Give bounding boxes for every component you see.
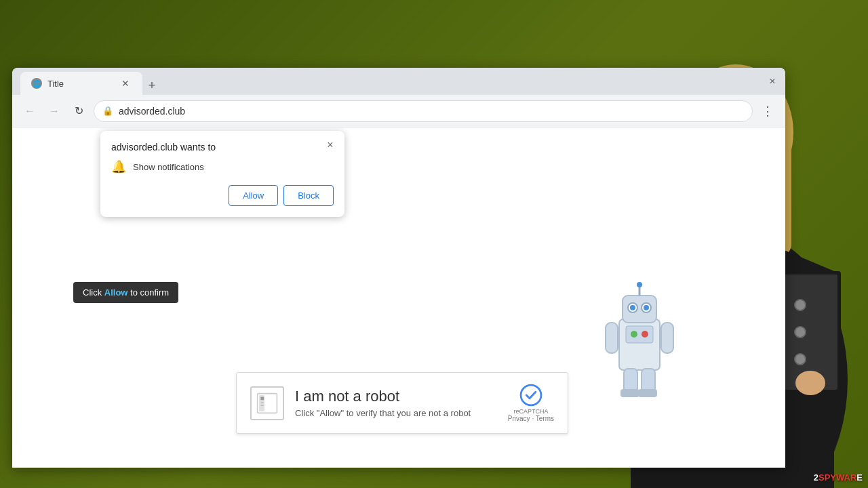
browser-tab[interactable]: 🌐 Title ✕: [20, 72, 142, 95]
tooltip-prefix: Click: [83, 287, 104, 298]
tooltip-box: Click Allow to confirm: [73, 282, 178, 303]
svg-rect-24: [626, 326, 653, 343]
tooltip-highlight: Allow: [104, 287, 128, 298]
watermark-suffix: E: [856, 472, 863, 483]
permission-text: Show notifications: [133, 162, 204, 172]
window-close-button[interactable]: ✕: [768, 77, 777, 86]
svg-point-23: [637, 282, 642, 287]
svg-point-38: [521, 385, 541, 405]
recaptcha-subtitle: Click "Allow" to verify that you are not…: [295, 408, 497, 418]
forward-button[interactable]: →: [45, 102, 64, 121]
svg-rect-32: [638, 389, 657, 397]
popup-site-text: advisorded.club wants to: [111, 142, 334, 152]
svg-point-25: [631, 331, 637, 338]
svg-rect-31: [620, 389, 639, 397]
browser-window: 🌐 Title ✕ + ✕ ← → ↻ 🔒 advisorded.club ⋮: [12, 68, 785, 468]
tab-title: Title: [47, 79, 114, 89]
svg-point-12: [795, 327, 806, 338]
svg-rect-29: [624, 369, 637, 392]
tab-favicon: 🌐: [31, 78, 42, 89]
bell-icon: 🔔: [111, 159, 126, 174]
address-text: advisorded.club: [119, 106, 744, 117]
window-controls: ✕: [768, 77, 777, 86]
notification-popup: × advisorded.club wants to 🔔 Show notifi…: [100, 131, 344, 217]
lock-icon: 🔒: [102, 106, 113, 117]
address-bar[interactable]: 🔒 advisorded.club: [94, 100, 753, 122]
svg-rect-28: [661, 323, 673, 353]
tooltip-suffix: to confirm: [127, 287, 169, 298]
recaptcha-logo: reCAPTCHA Privacy · Terms: [508, 384, 554, 422]
svg-point-13: [795, 354, 806, 365]
recaptcha-text-area: I am not a robot Click "Allow" to verify…: [295, 388, 497, 418]
recaptcha-title: I am not a robot: [295, 388, 497, 405]
block-button[interactable]: Block: [283, 185, 334, 206]
tab-close-button[interactable]: ✕: [119, 77, 132, 89]
recaptcha-checkbox-icon: [250, 386, 284, 420]
watermark-brand: SPYWAR: [818, 472, 856, 483]
browser-toolbar: ← → ↻ 🔒 advisorded.club ⋮: [12, 95, 785, 127]
allow-button[interactable]: Allow: [229, 185, 278, 206]
popup-permission-row: 🔔 Show notifications: [111, 159, 334, 174]
svg-point-11: [795, 300, 806, 310]
browser-titlebar: 🌐 Title ✕ + ✕: [12, 68, 785, 95]
popup-close-button[interactable]: ×: [323, 138, 338, 152]
svg-point-21: [644, 305, 649, 310]
svg-point-26: [642, 331, 648, 338]
robot-figure: [602, 282, 677, 400]
svg-rect-35: [260, 396, 264, 400]
back-button[interactable]: ←: [20, 102, 39, 121]
svg-rect-36: [260, 402, 264, 403]
recaptcha-card: I am not a robot Click "Allow" to verify…: [236, 372, 568, 434]
popup-buttons: Allow Block: [111, 185, 334, 206]
browser-menu-button[interactable]: ⋮: [758, 102, 777, 121]
svg-point-15: [795, 371, 825, 395]
svg-point-20: [630, 305, 635, 310]
tab-area: 🌐 Title ✕ +: [20, 68, 762, 95]
svg-rect-37: [260, 405, 264, 406]
watermark-prefix: 2: [814, 472, 818, 483]
svg-rect-30: [642, 369, 655, 392]
recaptcha-logo-text: reCAPTCHA: [513, 408, 548, 415]
refresh-button[interactable]: ↻: [69, 102, 88, 121]
recaptcha-links: Privacy · Terms: [508, 415, 554, 422]
svg-rect-27: [606, 323, 618, 353]
watermark: 2SPYWARE: [814, 472, 863, 483]
new-tab-button[interactable]: +: [142, 76, 161, 95]
browser-content: × advisorded.club wants to 🔔 Show notifi…: [12, 127, 785, 468]
